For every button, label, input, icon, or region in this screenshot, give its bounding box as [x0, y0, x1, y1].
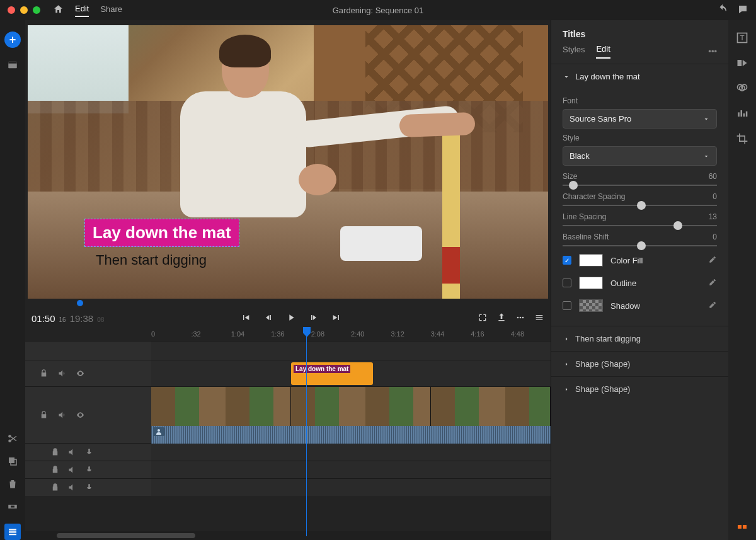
tab-edit[interactable]: Edit — [75, 4, 89, 17]
mic-icon[interactable] — [84, 483, 94, 492]
lock-icon[interactable] — [39, 369, 49, 378]
lock-icon[interactable] — [50, 465, 60, 474]
title-clip-label: Lay down the mat — [294, 365, 350, 373]
colorfill-checkbox[interactable] — [563, 256, 571, 265]
mic-icon[interactable] — [84, 465, 94, 474]
audio-track-2[interactable] — [25, 461, 551, 478]
eyedropper-icon[interactable] — [708, 278, 717, 289]
undo-icon[interactable] — [717, 4, 728, 17]
title-text-primary[interactable]: Lay down the mat — [84, 219, 239, 247]
timecode-total: 19:38 — [70, 313, 94, 324]
panel-tab-edit[interactable]: Edit — [596, 44, 610, 59]
chevron-down-icon — [702, 152, 710, 160]
duplicate-icon[interactable] — [7, 456, 18, 467]
minimize-window-button[interactable] — [20, 6, 28, 14]
svg-point-13 — [522, 317, 524, 319]
style-dropdown[interactable]: Black — [563, 146, 717, 166]
lock-icon[interactable] — [50, 447, 60, 457]
size-slider[interactable] — [563, 185, 717, 186]
svg-rect-8 — [9, 529, 16, 531]
baseline-slider[interactable] — [563, 245, 717, 246]
timeline-view-icon[interactable] — [4, 524, 21, 540]
scrollbar-thumb[interactable] — [57, 533, 195, 538]
scissors-icon[interactable] — [7, 433, 18, 444]
more-icon[interactable] — [515, 313, 525, 325]
panel-tab-styles[interactable]: Styles — [563, 45, 585, 58]
mic-icon[interactable] — [84, 447, 94, 457]
marker-icon[interactable] — [7, 501, 18, 512]
timecode[interactable]: 01:50 16 19:38 08 — [32, 313, 104, 324]
lock-icon[interactable] — [50, 483, 60, 492]
panel-more-icon[interactable]: ••• — [708, 47, 717, 56]
add-button[interactable]: + — [4, 32, 21, 48]
video-track[interactable] — [25, 386, 551, 443]
size-label: Size — [563, 172, 577, 181]
title-clip[interactable]: Lay down the mat — [291, 362, 373, 385]
size-value[interactable]: 60 — [709, 172, 717, 181]
audio-track-1[interactable] — [25, 443, 551, 461]
home-icon[interactable] — [53, 4, 64, 16]
outline-checkbox[interactable] — [563, 279, 571, 287]
preview-scrubber[interactable] — [28, 299, 548, 307]
section-header-shape2[interactable]: Shape (Shape) — [551, 377, 728, 401]
title-track[interactable]: Lay down the mat — [25, 360, 551, 386]
lock-icon[interactable] — [39, 410, 49, 420]
linespacing-label: Line Spacing — [563, 212, 606, 221]
trash-icon[interactable] — [7, 478, 18, 490]
ruler-mark: 2:08 — [311, 330, 351, 338]
title-overlay[interactable]: Lay down the mat Then start digging — [84, 219, 239, 268]
tab-share[interactable]: Share — [100, 4, 122, 16]
outline-swatch[interactable] — [579, 277, 603, 289]
goto-start-button[interactable] — [241, 313, 251, 325]
shadow-checkbox[interactable] — [563, 301, 571, 310]
colorfill-swatch[interactable] — [579, 254, 603, 267]
section-header-shape1[interactable]: Shape (Shape) — [551, 352, 728, 376]
preview-monitor[interactable]: Lay down the mat Then start digging — [28, 25, 548, 299]
title-text-secondary: Then start digging — [96, 252, 239, 268]
mute-icon[interactable] — [57, 369, 67, 378]
bag-prop — [340, 226, 422, 261]
crop-icon[interactable] — [736, 132, 748, 145]
transitions-icon[interactable] — [736, 57, 748, 69]
step-back-button[interactable] — [263, 313, 273, 325]
maximize-window-button[interactable] — [33, 6, 40, 14]
font-dropdown[interactable]: Source Sans Pro — [563, 109, 717, 129]
section-header-title1[interactable]: Lay down the mat — [551, 64, 728, 89]
section-header-title2[interactable]: Then start digging — [551, 326, 728, 351]
mute-icon[interactable] — [57, 410, 67, 420]
linespacing-value[interactable]: 13 — [709, 212, 717, 221]
linespacing-slider[interactable] — [563, 225, 717, 226]
fullscreen-icon[interactable] — [478, 313, 488, 325]
playhead-line — [306, 327, 307, 536]
comment-icon[interactable] — [737, 4, 748, 17]
timeline-ruler[interactable]: 0 :32 1:04 1:36 2:08 2:40 3:12 3:44 4:16… — [25, 327, 551, 341]
audio-waveform[interactable] — [151, 426, 551, 444]
visibility-icon[interactable] — [76, 410, 85, 420]
style-value: Black — [570, 151, 590, 161]
color-icon[interactable] — [736, 82, 748, 95]
step-forward-button[interactable] — [309, 313, 319, 325]
charspacing-value[interactable]: 0 — [713, 192, 717, 201]
mute-icon[interactable] — [67, 447, 77, 457]
ruler-mark: 3:44 — [431, 330, 471, 338]
play-button[interactable] — [286, 313, 296, 325]
baseline-value[interactable]: 0 — [713, 233, 717, 241]
project-panel-icon[interactable] — [7, 59, 18, 71]
scrubber-handle[interactable] — [77, 300, 83, 306]
charspacing-slider[interactable] — [563, 205, 717, 206]
mute-icon[interactable] — [67, 483, 77, 492]
text-tool-icon[interactable]: T — [736, 32, 748, 44]
export-icon[interactable] — [496, 313, 507, 325]
timeline[interactable]: Lay down the mat — [25, 341, 551, 531]
timeline-scrollbar[interactable] — [25, 531, 551, 540]
goto-end-button[interactable] — [331, 313, 341, 325]
eyedropper-icon[interactable] — [708, 301, 717, 311]
menu-icon[interactable] — [534, 313, 544, 325]
visibility-icon[interactable] — [76, 369, 85, 378]
eyedropper-icon[interactable] — [708, 255, 717, 266]
audio-track-3[interactable] — [25, 478, 551, 496]
close-window-button[interactable] — [8, 6, 15, 14]
shadow-swatch[interactable] — [579, 299, 603, 312]
mute-icon[interactable] — [67, 465, 77, 474]
audio-icon[interactable] — [736, 107, 748, 120]
